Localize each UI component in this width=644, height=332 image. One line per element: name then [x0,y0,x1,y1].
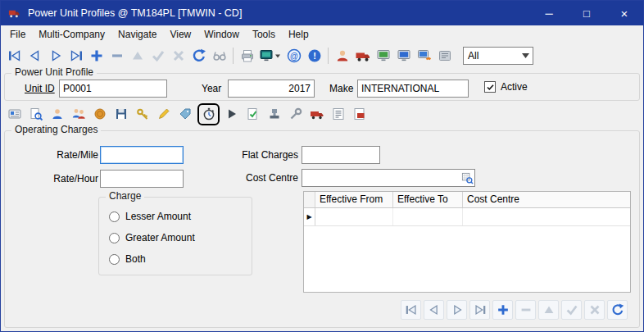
doc-check-button[interactable] [244,105,262,123]
pointer-icon [224,107,239,121]
delete-row-button[interactable] [515,300,536,320]
refresh-rows-button[interactable] [607,300,628,320]
cell-effective-to[interactable] [393,208,463,225]
first-page-button[interactable] [401,300,421,320]
menu-item-file[interactable]: File [3,26,32,43]
previous-record-button[interactable] [25,46,45,66]
screen-select-button[interactable] [257,46,283,66]
pointer-button[interactable] [223,105,241,123]
grid-header-cost-centre: Cost Centre [463,192,630,207]
checkbox-check-icon [484,81,496,93]
disk-button[interactable] [112,105,130,123]
rate-hour-input[interactable] [100,170,184,188]
email-at-icon: @ [286,48,302,64]
menu-item-help[interactable]: Help [282,26,315,43]
add-row-button[interactable] [492,300,513,320]
radio-greater-amount[interactable]: Greater Amount [109,232,195,243]
last-record-icon [68,48,84,64]
first-page-icon [404,302,419,317]
next-page-button[interactable] [447,300,467,320]
close-button[interactable]: × [605,1,643,25]
key-button[interactable] [134,105,152,123]
last-record-button[interactable] [66,46,86,66]
table-row[interactable]: ▶ [304,208,630,226]
list-button[interactable] [329,105,347,123]
save-icon [150,48,166,64]
browse-button[interactable] [209,46,229,66]
maximize-button[interactable]: □ [568,1,605,25]
delete-record-button[interactable] [107,46,127,66]
device-button[interactable] [434,46,455,66]
search-doc-icon [29,107,43,121]
make-input[interactable] [357,80,469,98]
flat-charges-input[interactable] [302,146,380,164]
driver-button[interactable] [332,46,352,66]
driver-icon [334,48,351,64]
menu-item-window[interactable]: Window [197,26,246,43]
radio-both[interactable]: Both [109,253,146,265]
rate-mile-label: Rate/Mile [26,146,98,164]
window-title: Power Unit Profiles @ TM184PL [TMWIN - C… [28,7,242,19]
cell-effective-from[interactable] [315,208,393,225]
year-input[interactable] [228,80,315,98]
operating-charges-group: Operating Charges Rate/Mile Flat Charges… [4,130,640,328]
cost-centre-input[interactable] [302,169,475,187]
refresh-rows-icon [610,302,625,317]
stopwatch-button[interactable] [197,103,220,125]
users-button[interactable] [70,105,88,123]
truck-button[interactable] [352,46,373,66]
lookup-icon [461,172,474,184]
menu-item-multi-company[interactable]: Multi-Company [32,26,111,43]
toolbar-separator [328,48,329,64]
cancel-button[interactable] [168,46,188,66]
previous-page-button[interactable] [424,300,444,320]
pdf-button[interactable] [351,105,369,123]
charge-group-label: Charge [106,190,144,202]
truck-small-button[interactable] [308,105,326,123]
card-button[interactable] [6,105,24,123]
coin-button[interactable] [91,105,109,123]
svg-text:@: @ [290,52,298,61]
refresh-button[interactable] [188,46,209,66]
last-page-button[interactable] [469,300,490,320]
filter-combobox[interactable]: All [463,47,533,65]
user-button[interactable] [48,105,66,123]
tag-button[interactable] [176,105,194,123]
menu-item-tools[interactable]: Tools [246,26,282,43]
call-monitor-button[interactable] [414,46,434,66]
email-at-button[interactable]: @ [283,46,304,66]
menu-item-view[interactable]: View [163,26,197,43]
print-button[interactable] [237,46,257,66]
radio-lesser-amount[interactable]: Lesser Amount [109,211,191,222]
save-button[interactable] [147,46,168,66]
restore-row-button[interactable] [538,300,559,320]
wrench-button[interactable] [287,105,305,123]
users-icon [71,107,86,121]
terminal-monitor-button[interactable] [393,46,414,66]
delete-row-icon [519,302,533,317]
cell-cost-centre[interactable] [463,208,630,225]
stamp-button[interactable] [265,105,283,123]
rate-hour-label: Rate/Hour [26,170,98,188]
minimize-button[interactable]: ─ [530,1,568,25]
dispatch-monitor-button[interactable] [373,46,393,66]
dispatch-monitor-icon [375,48,392,64]
first-record-button[interactable] [4,46,25,66]
unit-id-input[interactable] [59,80,167,98]
grid-header-effective-to: Effective To [393,192,463,207]
next-record-button[interactable] [45,46,66,66]
cost-centre-lookup-button[interactable] [460,171,474,184]
active-checkbox[interactable]: Active [484,81,528,93]
unit-id-label: Unit ID [25,80,55,98]
pencil-button[interactable] [155,105,173,123]
search-doc-button[interactable] [27,105,45,123]
menu-item-navigate[interactable]: Navigate [111,26,163,43]
add-record-button[interactable] [86,46,107,66]
cancel-row-button[interactable] [584,300,605,320]
restore-button[interactable] [127,46,147,66]
pencil-icon [156,107,171,121]
grid-header-row: Effective From Effective To Cost Centre [304,192,630,208]
info-button[interactable]: ! [304,46,324,66]
save-row-button[interactable] [561,300,582,320]
rate-mile-input[interactable] [100,146,184,164]
